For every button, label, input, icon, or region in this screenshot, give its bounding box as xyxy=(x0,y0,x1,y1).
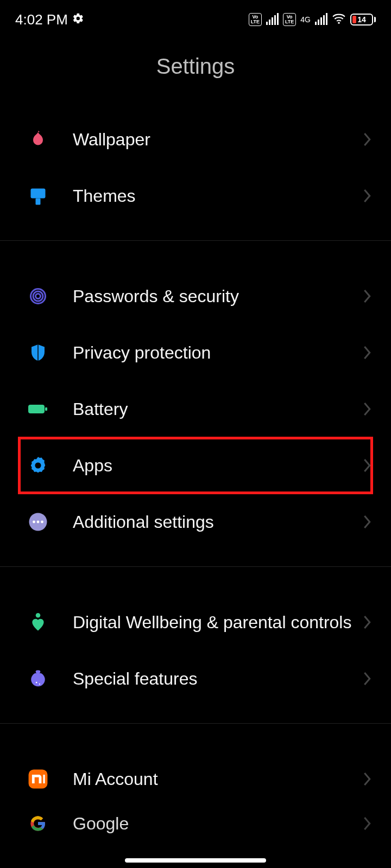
status-bar: 4:02 PM VoLTE VoLTE 4G 14 xyxy=(0,0,391,33)
fingerprint-icon xyxy=(27,285,49,307)
svg-rect-7 xyxy=(45,407,47,411)
network-type-label: 4G xyxy=(300,16,311,23)
svg-rect-6 xyxy=(28,405,45,413)
google-logo-icon xyxy=(27,813,49,834)
mi-logo-icon xyxy=(27,768,49,790)
battery-row-icon xyxy=(27,398,49,420)
svg-point-10 xyxy=(33,521,35,524)
chevron-right-icon xyxy=(363,289,371,304)
battery-percent: 14 xyxy=(352,15,371,24)
wifi-icon xyxy=(332,11,346,28)
settings-row-additional[interactable]: Additional settings xyxy=(0,494,391,550)
chevron-right-icon xyxy=(363,816,371,831)
svg-rect-14 xyxy=(36,670,41,673)
row-label: Mi Account xyxy=(73,768,363,790)
row-label: Themes xyxy=(73,185,363,207)
settings-row-special[interactable]: Special features xyxy=(0,650,391,707)
settings-row-battery[interactable]: Battery xyxy=(0,381,391,437)
status-left: 4:02 PM xyxy=(15,11,84,28)
chevron-right-icon xyxy=(363,458,371,473)
settings-row-wallpaper[interactable]: Wallpaper xyxy=(0,111,391,168)
settings-row-apps[interactable]: Apps xyxy=(18,437,373,494)
status-right: VoLTE VoLTE 4G 14 xyxy=(249,11,376,28)
svg-point-11 xyxy=(37,521,40,524)
svg-point-4 xyxy=(33,291,43,301)
shield-icon xyxy=(27,342,49,363)
chevron-right-icon xyxy=(363,132,371,147)
chevron-right-icon xyxy=(363,188,371,203)
themes-icon xyxy=(27,185,49,207)
chevron-right-icon xyxy=(363,771,371,787)
svg-point-13 xyxy=(36,613,41,618)
row-label: Passwords & security xyxy=(73,285,363,307)
svg-point-5 xyxy=(36,294,41,299)
chevron-right-icon xyxy=(363,345,371,360)
row-label: Apps xyxy=(73,455,363,476)
row-label: Digital Wellbeing & parental controls xyxy=(73,611,363,633)
settings-row-themes[interactable]: Themes xyxy=(0,168,391,224)
signal-icon-1 xyxy=(266,14,279,25)
wellbeing-icon xyxy=(27,611,49,633)
wallpaper-icon xyxy=(27,129,49,150)
settings-row-mi-account[interactable]: Mi Account xyxy=(0,751,391,807)
chevron-right-icon xyxy=(363,615,371,630)
flask-icon xyxy=(27,668,49,690)
settings-list: Wallpaper Themes Passwords & security Pr… xyxy=(0,111,391,840)
row-label: Special features xyxy=(73,668,363,690)
settings-group: Wallpaper Themes xyxy=(0,111,391,241)
svg-rect-2 xyxy=(36,199,41,205)
signal-icon-2 xyxy=(315,14,327,25)
svg-point-8 xyxy=(35,462,41,468)
row-label: Battery xyxy=(73,398,363,420)
battery-icon: 14 xyxy=(350,14,376,25)
chevron-right-icon xyxy=(363,514,371,529)
row-label: Google xyxy=(73,813,363,834)
home-indicator[interactable] xyxy=(125,858,266,863)
volte-icon-2: VoLTE xyxy=(283,13,296,26)
settings-status-icon xyxy=(72,11,84,28)
svg-rect-1 xyxy=(31,189,46,199)
more-icon xyxy=(27,511,49,533)
chevron-right-icon xyxy=(363,671,371,686)
svg-point-15 xyxy=(36,682,37,684)
svg-point-12 xyxy=(41,521,43,524)
settings-row-passwords[interactable]: Passwords & security xyxy=(0,268,391,324)
settings-row-privacy[interactable]: Privacy protection xyxy=(0,324,391,381)
settings-row-google[interactable]: Google xyxy=(0,807,391,840)
svg-point-16 xyxy=(39,684,40,685)
volte-icon-1: VoLTE xyxy=(249,13,262,26)
settings-group: Passwords & security Privacy protection … xyxy=(0,268,391,567)
chevron-right-icon xyxy=(363,401,371,417)
settings-group: Mi Account Google xyxy=(0,751,391,840)
settings-row-wellbeing[interactable]: Digital Wellbeing & parental controls xyxy=(0,594,391,650)
row-label: Wallpaper xyxy=(73,129,363,150)
settings-group: Digital Wellbeing & parental controls Sp… xyxy=(0,594,391,724)
status-time: 4:02 PM xyxy=(15,11,68,28)
row-label: Privacy protection xyxy=(73,342,363,363)
apps-gear-icon xyxy=(27,455,49,476)
page-title: Settings xyxy=(0,54,391,79)
row-label: Additional settings xyxy=(73,511,363,533)
svg-point-0 xyxy=(338,22,339,23)
